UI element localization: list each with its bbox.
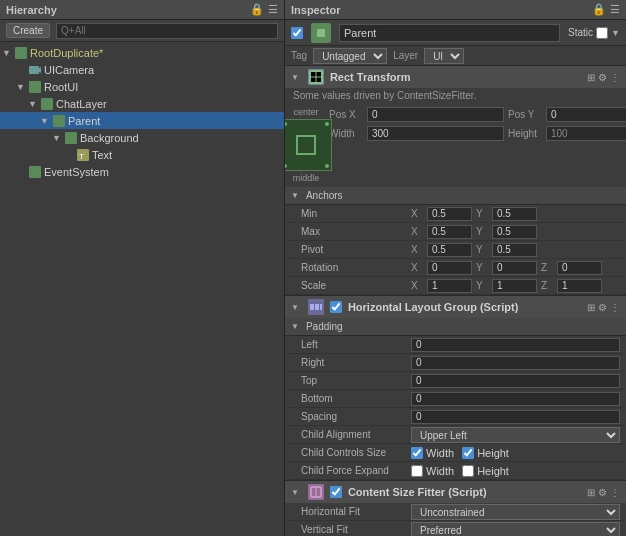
tree-item-background[interactable]: ▼ Background bbox=[0, 129, 284, 146]
minimap-icon-csf[interactable]: ⊞ bbox=[587, 487, 595, 498]
tag-dropdown[interactable]: Untagged bbox=[313, 48, 387, 64]
minimap-icon[interactable]: ⊞ bbox=[587, 72, 595, 83]
horizontal-fit-label: Horizontal Fit bbox=[301, 506, 411, 517]
horizontal-fit-dropdown[interactable]: Unconstrained bbox=[411, 504, 620, 520]
static-dropdown-icon[interactable]: ▼ bbox=[611, 28, 620, 38]
svg-rect-16 bbox=[315, 304, 319, 310]
tree-item-chatlayer[interactable]: ▼ ChatLayer bbox=[0, 95, 284, 112]
hierarchy-search[interactable] bbox=[56, 23, 278, 39]
svg-rect-1 bbox=[29, 66, 39, 74]
hierarchy-header-controls: 🔒 ☰ bbox=[250, 3, 278, 16]
scale-z-input[interactable] bbox=[557, 279, 602, 293]
pivot-x: X bbox=[411, 243, 472, 257]
content-size-fitter-section: ▼ Content Size Fitter (Script) ⊞ ⚙ ⋮ Hor… bbox=[285, 481, 626, 536]
child-alignment-dropdown[interactable]: Upper Left bbox=[411, 427, 620, 443]
tree-arrow: ▼ bbox=[40, 116, 52, 126]
gameobject-icon bbox=[40, 97, 54, 111]
vertical-fit-label: Vertical Fit bbox=[301, 524, 411, 535]
pos-row-1: Pos X Pos Y Pos Z bbox=[329, 107, 626, 122]
gameobject-active-checkbox[interactable] bbox=[291, 27, 303, 39]
padding-arrow: ▼ bbox=[291, 322, 299, 331]
tree-arrow: ▼ bbox=[52, 133, 64, 143]
padding-header[interactable]: ▼ Padding bbox=[285, 318, 626, 336]
child-controls-width-checkbox[interactable] bbox=[411, 447, 423, 459]
child-force-width-checkbox[interactable] bbox=[411, 465, 423, 477]
more-icon-hlg[interactable]: ⋮ bbox=[610, 302, 620, 313]
left-row: Left bbox=[285, 336, 626, 354]
left-input[interactable] bbox=[411, 338, 620, 352]
child-force-width-label: Width bbox=[426, 465, 454, 477]
tree-item-eventsystem[interactable]: EventSystem bbox=[0, 163, 284, 180]
hierarchy-tree: ▼ RootDuplicate* UICamera ▼ RootUI ▼ bbox=[0, 42, 284, 536]
bottom-input[interactable] bbox=[411, 392, 620, 406]
anchor-max-y-input[interactable] bbox=[492, 225, 537, 239]
top-input[interactable] bbox=[411, 374, 620, 388]
hierarchy-menu-icon[interactable]: ☰ bbox=[268, 3, 278, 16]
rotation-z-input[interactable] bbox=[557, 261, 602, 275]
height-input[interactable] bbox=[546, 126, 626, 141]
scale-x-input[interactable] bbox=[427, 279, 472, 293]
inspector-menu-icon[interactable]: ☰ bbox=[610, 3, 620, 16]
pos-y-label: Pos Y bbox=[508, 109, 544, 120]
settings-icon[interactable]: ⚙ bbox=[598, 72, 607, 83]
top-label: Top bbox=[301, 375, 411, 386]
bottom-row: Bottom bbox=[285, 390, 626, 408]
tree-item-uicamera[interactable]: UICamera bbox=[0, 61, 284, 78]
hlg-actions: ⊞ ⚙ ⋮ bbox=[587, 302, 620, 313]
right-label: Right bbox=[301, 357, 411, 368]
width-input[interactable] bbox=[367, 126, 504, 141]
vertical-fit-dropdown[interactable]: Preferred bbox=[411, 522, 620, 537]
right-input[interactable] bbox=[411, 356, 620, 370]
rect-transform-header[interactable]: ▼ Rect Transform ⊞ ⚙ ⋮ bbox=[285, 66, 626, 88]
tree-label-uicamera: UICamera bbox=[44, 64, 94, 76]
child-controls-height-checkbox[interactable] bbox=[462, 447, 474, 459]
more-icon[interactable]: ⋮ bbox=[610, 72, 620, 83]
svg-rect-9 bbox=[29, 166, 41, 178]
child-force-height-checkbox[interactable] bbox=[462, 465, 474, 477]
content-size-fitter-header[interactable]: ▼ Content Size Fitter (Script) ⊞ ⚙ ⋮ bbox=[285, 481, 626, 503]
settings-icon-csf[interactable]: ⚙ bbox=[598, 487, 607, 498]
child-force-height-label: Height bbox=[477, 465, 509, 477]
rotation-z-label: Z bbox=[541, 262, 555, 273]
layer-dropdown[interactable]: UI bbox=[424, 48, 464, 64]
static-checkbox[interactable] bbox=[596, 27, 608, 39]
anchors-header[interactable]: ▼ Anchors bbox=[285, 187, 626, 205]
gameobject-name-field[interactable] bbox=[339, 24, 560, 42]
pivot-x-input[interactable] bbox=[427, 243, 472, 257]
anchor-min-y-input[interactable] bbox=[492, 207, 537, 221]
rotation-y-input[interactable] bbox=[492, 261, 537, 275]
pivot-label: Pivot bbox=[301, 244, 411, 255]
pos-x-input[interactable] bbox=[367, 107, 504, 122]
minimap-icon-hlg[interactable]: ⊞ bbox=[587, 302, 595, 313]
tree-item-parent[interactable]: ▼ Parent bbox=[0, 112, 284, 129]
hlg-enabled-checkbox[interactable] bbox=[330, 301, 342, 313]
settings-icon-hlg[interactable]: ⚙ bbox=[598, 302, 607, 313]
more-icon-csf[interactable]: ⋮ bbox=[610, 487, 620, 498]
pos-y-input[interactable] bbox=[546, 107, 626, 122]
rotation-x-input[interactable] bbox=[427, 261, 472, 275]
gameobject-icon bbox=[28, 80, 42, 94]
text-icon: T bbox=[76, 148, 90, 162]
anchor-max-x-input[interactable] bbox=[427, 225, 472, 239]
csf-enabled-checkbox[interactable] bbox=[330, 486, 342, 498]
pivot-y-input[interactable] bbox=[492, 243, 537, 257]
child-force-expand-checkboxes: Width Height bbox=[411, 465, 620, 477]
tree-item-rootui[interactable]: ▼ RootUI bbox=[0, 78, 284, 95]
horizontal-fit-row: Horizontal Fit Unconstrained bbox=[285, 503, 626, 521]
inspector-header-controls: 🔒 ☰ bbox=[592, 3, 620, 16]
create-button[interactable]: Create bbox=[6, 23, 50, 38]
scale-y-input[interactable] bbox=[492, 279, 537, 293]
tree-item-root-duplicate[interactable]: ▼ RootDuplicate* bbox=[0, 44, 284, 61]
spacing-input[interactable] bbox=[411, 410, 620, 424]
horizontal-layout-header[interactable]: ▼ Horizontal Layout Group (Script) ⊞ ⚙ ⋮ bbox=[285, 296, 626, 318]
rotation-label: Rotation bbox=[301, 262, 411, 273]
anchor-min-x-input[interactable] bbox=[427, 207, 472, 221]
child-controls-height-label: Height bbox=[477, 447, 509, 459]
collapse-arrow-hlg: ▼ bbox=[291, 303, 299, 312]
inspector-lock-icon[interactable]: 🔒 bbox=[592, 3, 606, 16]
content-size-fitter-title: Content Size Fitter (Script) bbox=[348, 486, 581, 498]
svg-text:T: T bbox=[79, 152, 84, 161]
tree-item-text[interactable]: T Text bbox=[0, 146, 284, 163]
anchor-dot-br bbox=[325, 164, 329, 168]
hierarchy-lock-icon[interactable]: 🔒 bbox=[250, 3, 264, 16]
